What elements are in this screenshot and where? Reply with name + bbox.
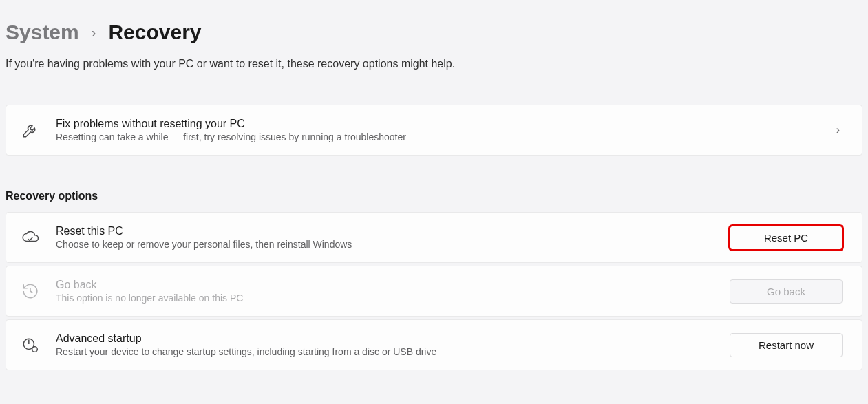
fix-problems-body: Fix problems without resetting your PC R…: [56, 118, 829, 142]
breadcrumb-current: Recovery: [108, 21, 201, 44]
reset-pc-card: Reset this PC Choose to keep or remove y…: [6, 212, 862, 263]
svg-point-1: [32, 347, 38, 352]
go-back-description: This option is no longer available on th…: [56, 293, 730, 304]
go-back-button: Go back: [730, 279, 843, 304]
advanced-startup-body: Advanced startup Restart your device to …: [56, 332, 730, 357]
advanced-startup-card: Advanced startup Restart your device to …: [6, 319, 862, 370]
reset-pc-body: Reset this PC Choose to keep or remove y…: [56, 225, 730, 250]
go-back-card: Go back This option is no longer availab…: [6, 266, 862, 317]
advanced-startup-title: Advanced startup: [56, 332, 730, 345]
history-icon: [21, 282, 39, 300]
breadcrumb: System › Recovery: [6, 21, 862, 44]
fix-problems-card[interactable]: Fix problems without resetting your PC R…: [6, 105, 862, 156]
power-gear-icon: [21, 336, 39, 354]
intro-text: If you're having problems with your PC o…: [6, 58, 862, 70]
recovery-options-heading: Recovery options: [6, 190, 862, 202]
chevron-right-icon: ›: [92, 25, 96, 41]
breadcrumb-parent[interactable]: System: [6, 21, 79, 44]
advanced-startup-description: Restart your device to change startup se…: [56, 346, 730, 357]
reset-pc-title: Reset this PC: [56, 225, 730, 237]
chevron-right-icon: ›: [829, 124, 847, 136]
reset-pc-button[interactable]: Reset PC: [730, 226, 843, 250]
go-back-body: Go back This option is no longer availab…: [56, 279, 730, 304]
reset-pc-description: Choose to keep or remove your personal f…: [56, 239, 730, 250]
fix-problems-title: Fix problems without resetting your PC: [56, 118, 829, 130]
restart-now-button[interactable]: Restart now: [730, 333, 843, 357]
fix-problems-description: Resetting can take a while — first, try …: [56, 131, 829, 142]
cloud-reset-icon: [21, 228, 39, 246]
wrench-icon: [21, 121, 39, 139]
go-back-title: Go back: [56, 279, 730, 291]
